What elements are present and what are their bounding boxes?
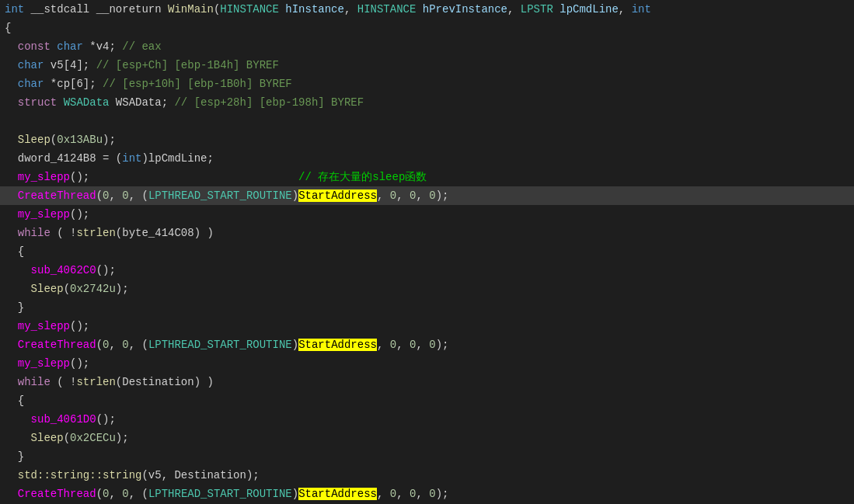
code-line-16: Sleep(0x2742u); — [0, 280, 854, 298]
code-line-12: my_slepp(); — [0, 205, 854, 224]
code-line-15: sub_4062C0(); — [0, 261, 854, 280]
code-line-2: { — [0, 19, 854, 37]
code-line-9: dword_4124B8 = (int)lpCmdLine; — [0, 149, 854, 168]
code-line-7 — [0, 112, 854, 130]
code-line-14: { — [0, 242, 854, 261]
code-view: int __stdcall __noreturn WinMain(HINSTAN… — [0, 0, 854, 504]
code-line-13: while ( !strlen(byte_414C08) ) — [0, 224, 854, 242]
code-line-8: Sleep(0x13ABu); — [0, 130, 854, 149]
code-line-10: my_slepp(); // 存在大量的sleep函数 — [0, 168, 854, 186]
code-line-1: int __stdcall __noreturn WinMain(HINSTAN… — [0, 0, 854, 19]
code-line-22: { — [0, 391, 854, 410]
code-line-18: my_slepp(); — [0, 317, 854, 335]
code-line-24: Sleep(0x2CECu); — [0, 429, 854, 447]
code-line-25: } — [0, 447, 854, 466]
code-line-6: struct WSAData WSAData; // [esp+28h] [eb… — [0, 93, 854, 112]
code-line-17: } — [0, 298, 854, 317]
code-line-23: sub_4061D0(); — [0, 410, 854, 429]
code-line-4: char v5[4]; // [esp+Ch] [ebp-1B4h] BYREF — [0, 56, 854, 75]
code-line-20: my_slepp(); — [0, 354, 854, 373]
code-line-27: CreateThread(0, 0, (LPTHREAD_START_ROUTI… — [0, 485, 854, 503]
code-line-11: CreateThread(0, 0, (LPTHREAD_START_ROUTI… — [0, 186, 854, 205]
code-line-19: CreateThread(0, 0, (LPTHREAD_START_ROUTI… — [0, 335, 854, 354]
code-line-21: while ( !strlen(Destination) ) — [0, 373, 854, 391]
code-line-5: char *cp[6]; // [esp+10h] [ebp-1B0h] BYR… — [0, 75, 854, 93]
code-line-26: std::string::string(v5, Destination); — [0, 466, 854, 485]
code-line-3: const char *v4; // eax — [0, 37, 854, 56]
